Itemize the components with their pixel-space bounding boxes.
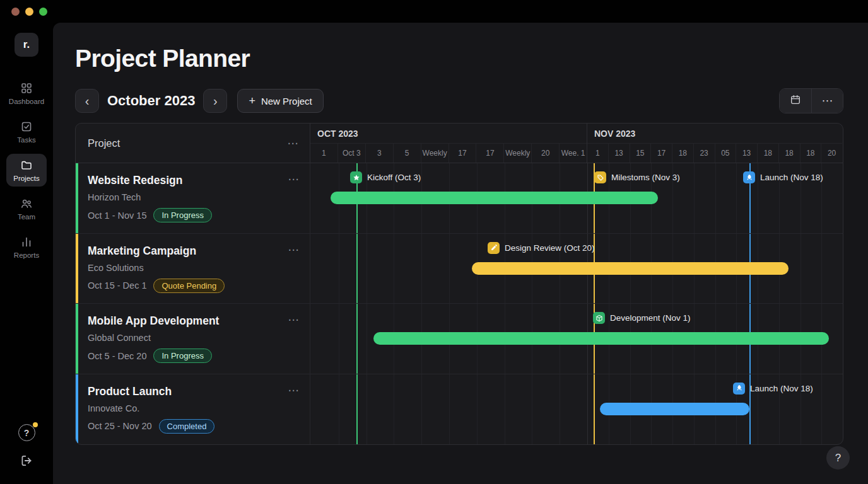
- project-dates: Oct 1 - Nov 15: [88, 210, 146, 221]
- logout-button[interactable]: [20, 454, 33, 468]
- project-row: Mobile App Development ⋯ Global Connect …: [76, 304, 843, 374]
- maximize-button[interactable]: [39, 8, 47, 16]
- calendar-view-button[interactable]: [780, 89, 811, 113]
- gantt-table: Project ⋯ OCT 2023 1Oct 335Weekly1717Wee…: [75, 123, 843, 445]
- timeline-cell: Design Review (Oct 20): [310, 234, 843, 304]
- month-label: NOV 2023: [587, 124, 842, 144]
- month-label: OCT 2023: [310, 124, 587, 144]
- sidebar-footer: ?: [18, 424, 35, 468]
- project-accent: [76, 374, 78, 445]
- sidebar-item-projects[interactable]: Projects: [6, 154, 47, 187]
- milestone[interactable]: Design Review (Oct 20): [488, 242, 595, 254]
- sidebar-item-label: Dashboard: [9, 98, 44, 105]
- project-column-more-button[interactable]: ⋯: [288, 137, 300, 150]
- gantt-bar[interactable]: [373, 332, 829, 345]
- titlebar: [0, 0, 868, 23]
- gantt-bar[interactable]: [472, 262, 789, 275]
- timeline-tick: 20: [821, 144, 842, 163]
- timeline-tick: Oct 3: [337, 144, 365, 163]
- month-column: NOV 2023 11315171823051318181820: [587, 124, 842, 163]
- timeline-tick: 5: [393, 144, 421, 163]
- tasks-icon: [20, 120, 33, 133]
- close-button[interactable]: [11, 8, 20, 16]
- timeline-tick: 18: [778, 144, 800, 163]
- timeline-tick: 15: [630, 144, 651, 163]
- milestone-label: Launch (Nov 18): [750, 384, 813, 393]
- project-cell: Marketing Campaign ⋯ Eco Solutions Oct 1…: [76, 234, 310, 304]
- timeline-tick: 1: [587, 144, 608, 163]
- row-more-button[interactable]: ⋯: [288, 243, 300, 256]
- plus-icon: +: [249, 95, 255, 108]
- milestone[interactable]: Milestoms (Nov 3): [594, 171, 680, 183]
- gantt-bar[interactable]: [600, 403, 749, 415]
- timeline-tick: 18: [800, 144, 821, 163]
- project-dates: Oct 5 - Dec 20: [88, 351, 146, 361]
- project-client: Innovate Co.: [88, 403, 299, 413]
- timeline-tick: 13: [608, 144, 630, 163]
- project-client: Horizon Tech: [88, 192, 299, 202]
- project-accent: [76, 304, 78, 374]
- gantt-bar[interactable]: [331, 192, 658, 204]
- main-panel: Project Planner ‹ October 2023 › + New P…: [53, 23, 868, 484]
- project-meta: Oct 5 - Dec 20 In Progress: [88, 349, 299, 363]
- notification-dot: [33, 422, 38, 427]
- timeline-tick: 17: [476, 144, 503, 163]
- project-title: Website Redesign: [88, 174, 299, 187]
- sidebar-item-team[interactable]: Team: [6, 192, 47, 225]
- sidebar-item-reports[interactable]: Reports: [6, 231, 47, 263]
- timeline-cell: Launch (Nov 18): [310, 374, 843, 445]
- sidebar-item-label: Team: [18, 213, 35, 221]
- milestone-label: Launch (Nov 18): [760, 173, 823, 182]
- timeline-tick: 1: [310, 144, 337, 163]
- milestone[interactable]: Launch (Nov 18): [743, 171, 823, 183]
- current-month-label: October 2023: [107, 93, 195, 109]
- milestone[interactable]: Development (Nov 1): [593, 312, 691, 324]
- box-icon: [593, 312, 605, 324]
- sidebar-item-tasks[interactable]: Tasks: [6, 115, 47, 148]
- calendar-icon: [790, 94, 801, 108]
- row-more-button[interactable]: ⋯: [288, 384, 300, 397]
- project-accent: [76, 234, 78, 304]
- view-switcher: ⋯: [779, 88, 843, 113]
- help-button[interactable]: ?: [18, 424, 35, 441]
- rocket-icon: [743, 171, 755, 183]
- project-dates: Oct 15 - Dec 1: [88, 280, 146, 291]
- minimize-button[interactable]: [25, 8, 33, 16]
- timeline-tick: 05: [715, 144, 736, 163]
- tick-row: 1Oct 335Weekly1717Weekly20Wee. 1: [310, 144, 587, 163]
- gantt-header: Project ⋯ OCT 2023 1Oct 335Weekly1717Wee…: [76, 124, 843, 163]
- timeline-tick: 17: [449, 144, 476, 163]
- tick-row: 11315171823051318181820: [587, 144, 842, 163]
- row-more-button[interactable]: ⋯: [288, 173, 300, 186]
- timeline-cell: Kickoff (Oct 3) Milestoms (Nov 3) Launch…: [310, 163, 843, 233]
- rocket-icon: [733, 383, 745, 395]
- milestone[interactable]: Kickoff (Oct 3): [350, 171, 421, 183]
- project-client: Global Connect: [88, 333, 299, 343]
- project-row: Website Redesign ⋯ Horizon Tech Oct 1 - …: [76, 163, 843, 234]
- new-project-button[interactable]: + New Project: [237, 89, 323, 113]
- project-dates: Oct 25 - Nov 20: [88, 421, 152, 431]
- timeline-tick: Weekly: [421, 144, 449, 163]
- pencil-icon: [488, 242, 500, 254]
- status-badge: Quote Pending: [153, 279, 225, 293]
- next-month-button[interactable]: ›: [203, 89, 227, 113]
- milestone[interactable]: Launch (Nov 18): [733, 383, 813, 395]
- month-column: OCT 2023 1Oct 335Weekly1717Weekly20Wee. …: [310, 124, 587, 163]
- status-badge: Completed: [159, 419, 215, 434]
- project-column-header-cell: Project ⋯: [76, 124, 310, 163]
- timeline-tick: 18: [672, 144, 693, 163]
- prev-month-button[interactable]: ‹: [75, 89, 99, 113]
- timeline-cell: Development (Nov 1): [310, 304, 843, 374]
- row-more-button[interactable]: ⋯: [288, 313, 300, 326]
- timeline-tick: 18: [757, 144, 778, 163]
- sidebar-item-dashboard[interactable]: Dashboard: [6, 77, 47, 110]
- reports-icon: [20, 236, 33, 248]
- milestone-label: Development (Nov 1): [610, 313, 691, 323]
- project-column-header: Project: [88, 137, 120, 149]
- project-row: Product Launch ⋯ Innovate Co. Oct 25 - N…: [76, 374, 843, 445]
- dashboard-icon: [20, 82, 33, 95]
- help-fab[interactable]: ?: [826, 446, 850, 470]
- page-title: Project Planner: [75, 44, 843, 73]
- sidebar-item-label: Projects: [13, 175, 40, 182]
- more-options-button[interactable]: ⋯: [811, 89, 843, 113]
